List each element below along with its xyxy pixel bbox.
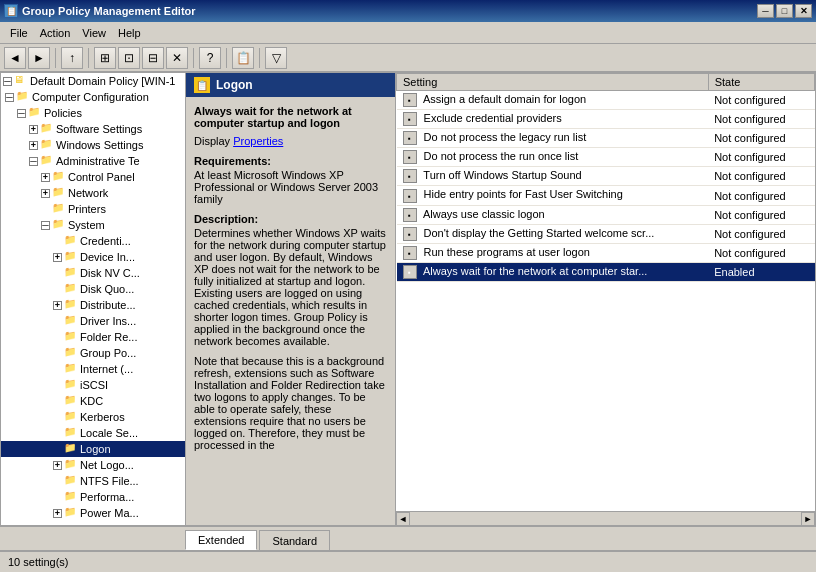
table-row[interactable]: ▪ Assign a default domain for logon Not … xyxy=(397,91,815,110)
tree-item-folder[interactable]: 📁 Folder Re... xyxy=(1,329,185,345)
tree-item-diskquo[interactable]: 📁 Disk Quo... xyxy=(1,281,185,297)
copy-button[interactable]: 📋 xyxy=(232,47,254,69)
tree-item-devicein[interactable]: + 📁 Device In... xyxy=(1,249,185,265)
expander-windows[interactable]: + xyxy=(29,141,38,150)
tree-item-disknv[interactable]: 📁 Disk NV C... xyxy=(1,265,185,281)
tree-item-ntfs[interactable]: 📁 NTFS File... xyxy=(1,473,185,489)
tree-item-distribute[interactable]: + 📁 Distribute... xyxy=(1,297,185,313)
minimize-button[interactable]: ─ xyxy=(757,4,774,18)
tab-extended[interactable]: Extended xyxy=(185,530,257,550)
app-icon: 📋 xyxy=(4,4,18,18)
folder-icon-software: 📁 xyxy=(40,122,54,136)
tree-item-controlpanel[interactable]: + 📁 Control Panel xyxy=(1,169,185,185)
tree-item-performa[interactable]: 📁 Performa... xyxy=(1,489,185,505)
table-row[interactable]: ▪ Do not process the legacy run list Not… xyxy=(397,129,815,148)
tree-item-network[interactable]: + 📁 Network xyxy=(1,185,185,201)
maximize-button[interactable]: □ xyxy=(776,4,793,18)
properties-button[interactable]: ⊡ xyxy=(118,47,140,69)
table-row[interactable]: ▪ Don't display the Getting Started welc… xyxy=(397,224,815,243)
expander-policies[interactable]: ─ xyxy=(17,109,26,118)
expander-system[interactable]: ─ xyxy=(41,221,50,230)
expander-software[interactable]: + xyxy=(29,125,38,134)
tree-item-driver[interactable]: 📁 Driver Ins... xyxy=(1,313,185,329)
tree-label-performa: Performa... xyxy=(80,491,134,503)
expander-admin[interactable]: ─ xyxy=(29,157,38,166)
description-title: Description: xyxy=(194,213,387,225)
tree-item-iscsi[interactable]: 📁 iSCSI xyxy=(1,377,185,393)
expander-root[interactable]: ─ xyxy=(3,77,12,86)
scroll-left-button[interactable]: ◄ xyxy=(396,512,410,525)
scroll-right-button[interactable]: ► xyxy=(801,512,815,525)
table-row[interactable]: ▪ Always use classic logon Not configure… xyxy=(397,205,815,224)
table-row[interactable]: ▪ Exclude credential providers Not confi… xyxy=(397,110,815,129)
setting-icon: ▪ xyxy=(403,246,417,260)
tree-item-kerberos[interactable]: 📁 Kerberos xyxy=(1,409,185,425)
up-button[interactable]: ↑ xyxy=(61,47,83,69)
properties-link[interactable]: Properties xyxy=(233,135,283,147)
expander-comp-config[interactable]: ─ xyxy=(5,93,14,102)
new-window-button[interactable]: ⊟ xyxy=(142,47,164,69)
settings-table: Setting State ▪ Assign a default domain … xyxy=(396,73,815,282)
folder-icon-devicein: 📁 xyxy=(64,250,78,264)
tree-item-comp-config[interactable]: ─ 📁 Computer Configuration xyxy=(1,89,185,105)
folder-icon-diskquo: 📁 xyxy=(64,282,78,296)
tree-item-grouppo[interactable]: 📁 Group Po... xyxy=(1,345,185,361)
setting-icon: ▪ xyxy=(403,150,417,164)
table-wrapper[interactable]: Setting State ▪ Assign a default domain … xyxy=(396,73,815,511)
table-cell-state: Not configured xyxy=(708,224,814,243)
tree-label-windows: Windows Settings xyxy=(56,139,143,151)
tree-item-locale[interactable]: 📁 Locale Se... xyxy=(1,425,185,441)
back-button[interactable]: ◄ xyxy=(4,47,26,69)
table-row[interactable]: ▪ Turn off Windows Startup Sound Not con… xyxy=(397,167,815,186)
toolbar: ◄ ► ↑ ⊞ ⊡ ⊟ ✕ ? 📋 ▽ xyxy=(0,44,816,72)
expander-controlpanel[interactable]: + xyxy=(41,173,50,182)
table-cell-setting: ▪ Assign a default domain for logon xyxy=(397,91,709,110)
scroll-track[interactable] xyxy=(410,512,801,525)
close-button[interactable]: ✕ xyxy=(795,4,812,18)
filter-button[interactable]: ▽ xyxy=(265,47,287,69)
folder-icon-locale: 📁 xyxy=(64,426,78,440)
tree-item-policies[interactable]: ─ 📁 Policies xyxy=(1,105,185,121)
tree-label-policies: Policies xyxy=(44,107,82,119)
tree-item-admin[interactable]: ─ 📁 Administrative Te xyxy=(1,153,185,169)
menu-help[interactable]: Help xyxy=(112,25,147,41)
menu-view[interactable]: View xyxy=(76,25,112,41)
menu-file[interactable]: File xyxy=(4,25,34,41)
tree-label-logon: Logon xyxy=(80,443,111,455)
tree-label-locale: Locale Se... xyxy=(80,427,138,439)
tree-item-internet[interactable]: 📁 Internet (... xyxy=(1,361,185,377)
folder-icon-printers: 📁 xyxy=(52,202,66,216)
expander-netlogo[interactable]: + xyxy=(53,461,62,470)
folder-icon-network: 📁 xyxy=(52,186,66,200)
settings-panel: Setting State ▪ Assign a default domain … xyxy=(396,73,815,525)
delete-button[interactable]: ✕ xyxy=(166,47,188,69)
help-button[interactable]: ? xyxy=(199,47,221,69)
horizontal-scrollbar[interactable]: ◄ ► xyxy=(396,511,815,525)
tree-item-powerman[interactable]: + 📁 Power Ma... xyxy=(1,505,185,521)
expander-distribute[interactable]: + xyxy=(53,301,62,310)
expander-powerman[interactable]: + xyxy=(53,509,62,518)
tree-item-logon[interactable]: 📁 Logon xyxy=(1,441,185,457)
table-row[interactable]: ▪ Do not process the run once list Not c… xyxy=(397,148,815,167)
table-row[interactable]: ▪ Always wait for the network at compute… xyxy=(397,262,815,281)
tree-item-software[interactable]: + 📁 Software Settings xyxy=(1,121,185,137)
table-row[interactable]: ▪ Hide entry points for Fast User Switch… xyxy=(397,186,815,205)
panel-header-icon: 📋 xyxy=(194,77,210,93)
tree-item-kdc[interactable]: 📁 KDC xyxy=(1,393,185,409)
table-cell-state: Not configured xyxy=(708,129,814,148)
tree-item-credenti[interactable]: 📁 Credenti... xyxy=(1,233,185,249)
tree-item-netlogo[interactable]: + 📁 Net Logo... xyxy=(1,457,185,473)
expander-devicein[interactable]: + xyxy=(53,253,62,262)
tab-standard[interactable]: Standard xyxy=(259,530,330,550)
forward-button[interactable]: ► xyxy=(28,47,50,69)
tree-panel: ─ 🖥 Default Domain Policy [WIN-1 ─ 📁 Com… xyxy=(1,73,186,525)
tree-item-windows[interactable]: + 📁 Windows Settings xyxy=(1,137,185,153)
tree-item-system[interactable]: ─ 📁 System xyxy=(1,217,185,233)
tree-item-root[interactable]: ─ 🖥 Default Domain Policy [WIN-1 xyxy=(1,73,185,89)
menu-action[interactable]: Action xyxy=(34,25,77,41)
expander-network[interactable]: + xyxy=(41,189,50,198)
folder-icon-disknv: 📁 xyxy=(64,266,78,280)
tree-item-printers[interactable]: 📁 Printers xyxy=(1,201,185,217)
table-row[interactable]: ▪ Run these programs at user logon Not c… xyxy=(397,243,815,262)
show-standard-button[interactable]: ⊞ xyxy=(94,47,116,69)
